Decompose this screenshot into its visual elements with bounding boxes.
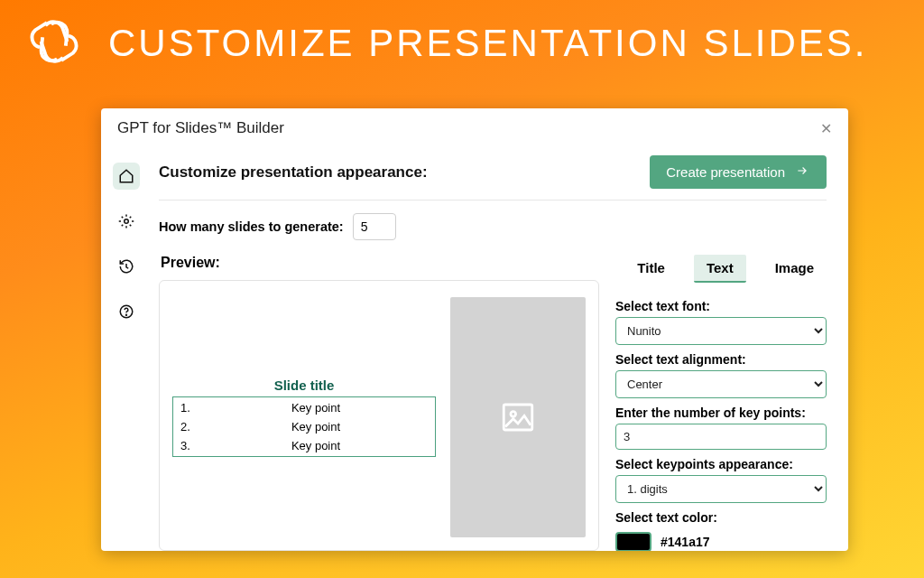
kp-count-label: Enter the number of key points: <box>615 406 827 420</box>
nav-help[interactable] <box>113 298 140 325</box>
kp-appearance-select[interactable]: 1. digits <box>615 475 827 503</box>
svg-rect-3 <box>504 405 532 430</box>
keypoints-table: 1.Key point 2.Key point 3.Key point <box>172 396 436 457</box>
kp-count-input[interactable] <box>615 424 827 450</box>
svg-point-4 <box>511 412 516 417</box>
table-row: 1.Key point <box>175 399 433 416</box>
main-area: Customize presentation appearance: Creat… <box>152 146 848 551</box>
nav-settings[interactable] <box>113 208 140 235</box>
create-presentation-button[interactable]: Create presentation <box>650 155 827 189</box>
preview-card: Slide title 1.Key point 2.Key point 3.Ke… <box>159 280 599 551</box>
sidebar <box>101 146 152 551</box>
tab-title[interactable]: Title <box>624 255 678 283</box>
image-placeholder <box>450 297 586 537</box>
font-select[interactable]: Nunito <box>615 317 827 345</box>
align-label: Select text alignment: <box>615 352 827 367</box>
kp-appearance-label: Select keypoints appearance: <box>615 457 827 471</box>
color-hex: #141a17 <box>661 535 710 549</box>
properties-panel: Title Text Image Select text font: Nunit… <box>615 249 827 551</box>
hero-bar: CUSTOMIZE PRESENTATION SLIDES. <box>0 0 924 74</box>
nav-history[interactable] <box>113 253 140 280</box>
slides-count-label: How many slides to generate: <box>159 219 344 234</box>
tab-image[interactable]: Image <box>762 255 827 283</box>
tab-text[interactable]: Text <box>694 255 746 283</box>
svg-point-0 <box>125 219 129 224</box>
font-label: Select text font: <box>615 299 827 313</box>
tabs: Title Text Image <box>615 255 827 283</box>
arrow-right-icon <box>794 164 810 180</box>
slide-title: Slide title <box>274 378 335 393</box>
slide-text-area: Slide title 1.Key point 2.Key point 3.Ke… <box>172 297 436 537</box>
hero-title: CUSTOMIZE PRESENTATION SLIDES. <box>108 22 867 65</box>
preview-label: Preview: <box>161 255 599 271</box>
nav-home[interactable] <box>113 163 140 190</box>
close-button[interactable]: ✕ <box>820 120 832 137</box>
create-button-label: Create presentation <box>666 164 785 180</box>
table-row: 2.Key point <box>175 418 433 435</box>
table-row: 3.Key point <box>175 437 433 454</box>
color-swatch[interactable] <box>615 532 651 551</box>
alignment-select[interactable]: Center <box>615 370 827 398</box>
brand-logo-icon <box>25 13 83 74</box>
color-label: Select text color: <box>615 510 827 525</box>
builder-panel: GPT for Slides™ Builder ✕ Customize pres… <box>101 108 848 551</box>
section-heading: Customize presentation appearance: <box>159 163 428 182</box>
panel-titlebar: GPT for Slides™ Builder ✕ <box>101 108 848 146</box>
svg-point-2 <box>126 314 127 315</box>
slides-count-input[interactable] <box>353 213 396 240</box>
panel-title: GPT for Slides™ Builder <box>117 119 284 137</box>
